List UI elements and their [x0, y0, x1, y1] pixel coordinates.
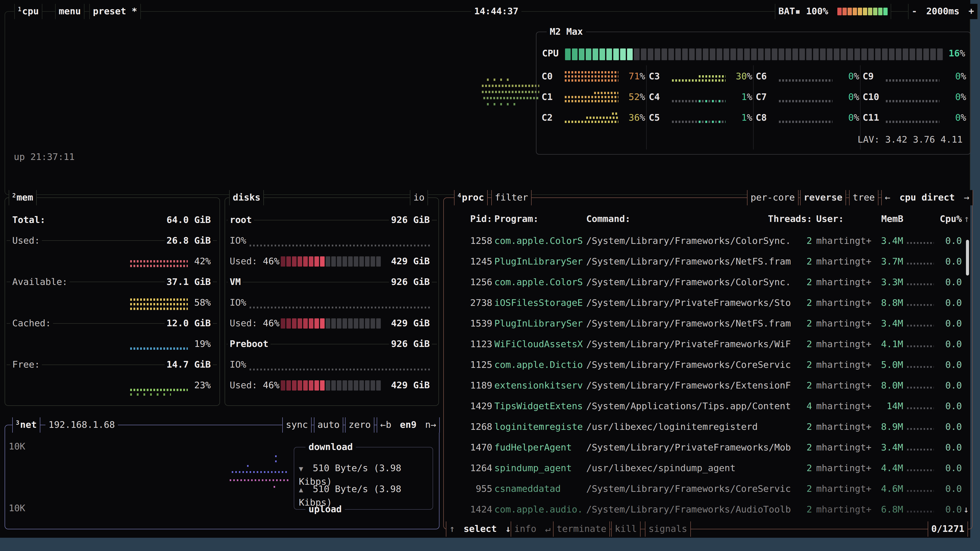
meter-cell	[827, 48, 832, 60]
process-row[interactable]: 1264spindump_agent/usr/libexec/spindump_…	[444, 462, 972, 475]
col-mem: MemB	[881, 213, 904, 224]
meter-cell	[916, 48, 922, 60]
meter-cell	[627, 48, 633, 60]
meter-cell	[903, 48, 908, 60]
meter-cell	[923, 48, 929, 60]
process-row[interactable]: 1189extensionkitserv/System/Library/Fram…	[444, 379, 972, 392]
meter-cell	[565, 48, 571, 60]
process-row[interactable]: 1424com.apple.audio./System/Library/Fram…	[444, 503, 972, 516]
cpu-panel: 1cpu menu preset * 14:44:37 BAT▪ 100% - …	[5, 11, 970, 195]
cpu-total-percent: 16%	[929, 48, 965, 59]
meter-cell	[606, 48, 612, 60]
meter-cell	[579, 48, 584, 60]
meter-cell	[806, 48, 812, 60]
net-next-interface-button[interactable]: n→	[425, 419, 436, 430]
interval-decrease-button[interactable]: -	[912, 6, 917, 16]
mem-used-percent: 42%	[192, 256, 213, 267]
sort-next-button[interactable]: →	[964, 192, 969, 203]
enter-icon: ↵	[545, 524, 550, 534]
meter-cell	[868, 8, 872, 15]
meter-cell	[696, 48, 702, 60]
meter-cell	[655, 48, 660, 60]
process-row[interactable]: 1470fudHelperAgent/System/Library/Privat…	[444, 441, 972, 454]
meter-cell	[648, 48, 653, 60]
proc-scrollbar[interactable]	[966, 240, 969, 275]
battery-icon: ▪	[795, 6, 800, 16]
proc-reverse-toggle[interactable]: reverse	[800, 190, 846, 205]
tab-net[interactable]: 3net	[12, 417, 40, 433]
proc-filter-button[interactable]: filter	[491, 190, 531, 205]
process-row[interactable]: 1539PlugInLibrarySer/System/Library/Fram…	[444, 317, 972, 330]
tab-mem[interactable]: 2mem	[9, 190, 37, 205]
cpu-total-meter	[565, 48, 943, 60]
meter-cell	[799, 48, 805, 60]
mem-free-percent: 23%	[192, 380, 213, 391]
process-row[interactable]: 1125com.apple.Dictio/System/Library/Fram…	[444, 359, 972, 371]
proc-tree-toggle[interactable]: tree	[849, 190, 878, 205]
meter-cell	[873, 8, 877, 15]
tab-menu[interactable]: menu	[55, 4, 84, 19]
mem-available-percent: 58%	[192, 297, 213, 308]
tab-proc[interactable]: 4proc	[454, 190, 488, 205]
net-interface-switcher[interactable]: ←b en9 n→	[377, 417, 440, 433]
proc-position-counter: 0/1271	[928, 521, 968, 537]
proc-select-controls[interactable]: ↑ select ↓	[446, 521, 514, 537]
select-up-icon[interactable]: ↑	[449, 524, 455, 534]
process-row[interactable]: 1123WiFiCloudAssetsX/System/Library/Priv…	[444, 338, 972, 351]
meter-cell	[889, 48, 894, 60]
net-ip-address: 192.168.1.68	[45, 417, 118, 433]
load-average: LAV: 3.42 3.76 4.11	[858, 134, 963, 144]
col-user: User:	[816, 213, 844, 224]
process-row[interactable]: 1429TipsWidgetExtens/System/Applications…	[444, 400, 972, 413]
proc-percore-toggle[interactable]: per-core	[747, 190, 799, 205]
meter-cell	[896, 48, 901, 60]
tab-preset[interactable]: preset *	[89, 4, 141, 19]
proc-hotkey: 4	[458, 192, 461, 199]
meter-cell	[792, 48, 798, 60]
net-auto-toggle[interactable]: auto	[314, 417, 343, 433]
meter-cell	[765, 48, 770, 60]
process-row[interactable]: 2738iOSFilesStorageE/System/Library/Priv…	[444, 297, 972, 309]
proc-sort-selector[interactable]: ← cpu direct →	[881, 190, 973, 205]
core-c9: C90%	[862, 69, 966, 84]
sort-prev-button[interactable]: ←	[885, 192, 891, 203]
proc-kill-button[interactable]: kill	[611, 521, 641, 537]
col-cpu: Cpu%	[911, 213, 962, 224]
process-row[interactable]: 955csnameddatad/System/Library/Framework…	[444, 483, 972, 495]
meter-cell	[861, 48, 867, 60]
meter-cell	[751, 48, 757, 60]
net-prev-interface-button[interactable]: ←b	[380, 419, 391, 430]
net-sync-toggle[interactable]: sync	[282, 417, 312, 433]
tab-cpu[interactable]: 1cpu	[14, 4, 42, 19]
meter-cell	[668, 48, 674, 60]
process-row[interactable]: 1256com.apple.ColorS/System/Library/Fram…	[444, 276, 972, 289]
sort-direction-icon[interactable]: ↑	[964, 213, 969, 224]
meter-cell	[813, 48, 819, 60]
battery-indicator: BAT▪ 100%	[775, 4, 891, 19]
process-panel: 4proc filter per-core reverse tree ← cpu…	[443, 197, 973, 529]
scroll-down-icon[interactable]: ↓	[963, 503, 969, 516]
uptime: up 21:37:11	[14, 151, 75, 162]
btop-terminal: 1cpu menu preset * 14:44:37 BAT▪ 100% - …	[0, 0, 980, 551]
meter-cell	[786, 48, 791, 60]
interval-increase-button[interactable]: +	[969, 6, 974, 16]
process-row[interactable]: 1268loginitemregiste/usr/libexec/loginit…	[444, 421, 972, 433]
net-scale-bottom: 10K	[9, 503, 25, 513]
net-zero-toggle[interactable]: zero	[345, 417, 374, 433]
proc-signals-button[interactable]: signals	[645, 521, 691, 537]
process-row[interactable]: 1258com.apple.ColorS/System/Library/Fram…	[444, 234, 972, 247]
proc-info-button[interactable]: info ↵	[511, 521, 554, 537]
tab-io[interactable]: io	[410, 190, 428, 205]
core-c2: C236%	[542, 110, 645, 125]
process-row[interactable]: 1245PlugInLibrarySer/System/Library/Fram…	[444, 255, 972, 268]
desktop-strip-bottom	[0, 538, 980, 551]
meter-cell	[737, 48, 743, 60]
meter-cell	[853, 8, 857, 15]
core-c6: C60%	[756, 69, 859, 84]
select-down-icon[interactable]: ↓	[505, 524, 511, 534]
meter-cell	[689, 48, 695, 60]
download-label: download	[305, 440, 356, 455]
tab-disks[interactable]: disks	[229, 190, 264, 205]
col-pid: Pid:	[452, 213, 492, 224]
proc-terminate-button[interactable]: terminate	[553, 521, 610, 537]
